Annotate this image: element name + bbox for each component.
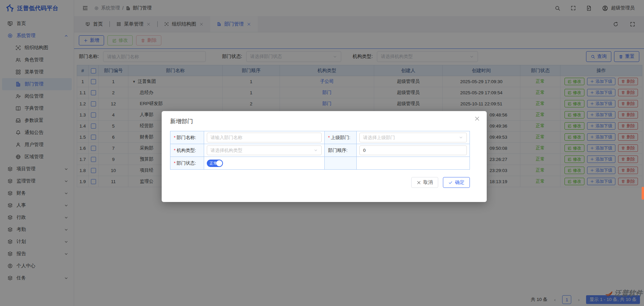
dept-name-input[interactable] — [207, 133, 322, 142]
confirm-button[interactable]: 确定 — [443, 177, 470, 188]
dept-order-input[interactable] — [359, 145, 467, 155]
modal-form: *部门名称: *上级部门: 请选择上级部门 *机构类型: 请选择机构类型 部门顺… — [170, 131, 470, 170]
dept-status-toggle[interactable]: 正常 — [207, 160, 223, 167]
org-type-label: *机构类型: — [170, 144, 204, 157]
org-type-select[interactable]: 请选择机构类型 — [207, 145, 322, 155]
dept-status-label: *部门状态: — [170, 157, 204, 170]
dept-name-label: *部门名称: — [170, 131, 204, 144]
scrollbar-thumb[interactable] — [642, 187, 644, 200]
toggle-knob — [216, 160, 222, 166]
modal-title: 新增部门 — [162, 111, 487, 125]
parent-dept-select[interactable]: 请选择上级部门 — [359, 133, 467, 142]
close-icon[interactable] — [474, 116, 480, 122]
dept-order-label: 部门顺序: — [325, 144, 357, 157]
modal-footer: 取消 确定 — [162, 177, 470, 188]
parent-dept-label: *上级部门: — [325, 131, 357, 144]
add-department-modal: 新增部门 *部门名称: *上级部门: 请选择上级部门 *机构类型: 请选择机构类… — [162, 111, 487, 202]
cancel-button[interactable]: 取消 — [411, 177, 438, 188]
